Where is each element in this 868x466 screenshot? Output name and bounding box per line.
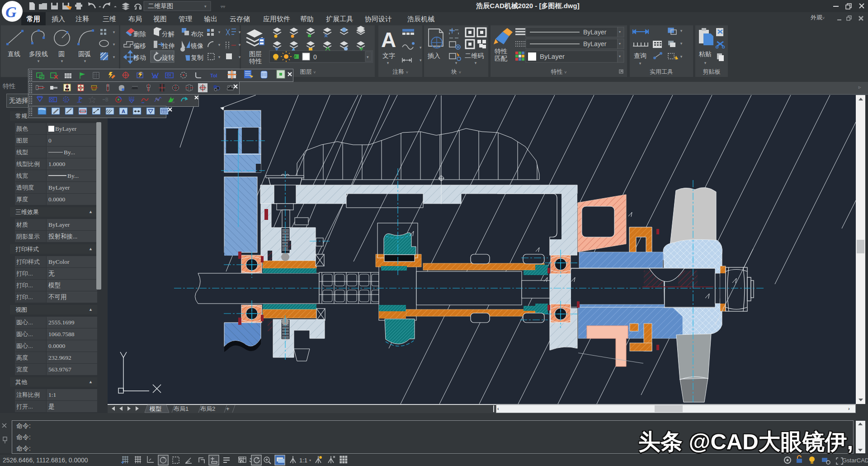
svg-text:查询: 查询 — [634, 52, 646, 59]
svg-text:▾: ▾ — [113, 30, 115, 34]
svg-text:▾: ▾ — [639, 61, 642, 66]
svg-text:▾: ▾ — [420, 45, 422, 50]
svg-text:▾: ▾ — [704, 61, 707, 65]
svg-text:ByLayer: ByLayer — [583, 40, 607, 48]
svg-text:模型: 模型 — [149, 405, 161, 412]
svg-text:▾: ▾ — [239, 30, 241, 34]
svg-text:插入: 插入 — [427, 52, 440, 59]
svg-text:▾: ▾ — [38, 59, 40, 63]
svg-text:特性: 特性 — [495, 48, 507, 55]
svg-text:镜像: 镜像 — [190, 42, 203, 49]
svg-text:文字: 文字 — [382, 52, 395, 59]
svg-text:▾: ▾ — [239, 43, 241, 47]
svg-text:拉伸: 拉伸 — [162, 42, 175, 49]
svg-text:▾: ▾ — [204, 4, 207, 9]
svg-text:▾: ▾ — [113, 55, 115, 59]
svg-text:▾: ▾ — [420, 58, 422, 62]
svg-text:图层: 图层 — [249, 50, 262, 57]
svg-text:▾: ▾ — [387, 61, 389, 65]
svg-text:▾: ▾ — [218, 43, 221, 47]
svg-text:▾: ▾ — [455, 61, 458, 65]
svg-text:ByLayer: ByLayer — [540, 52, 565, 60]
svg-text:A: A — [381, 28, 396, 52]
svg-text:直线: 直线 — [8, 50, 20, 57]
svg-text:▾: ▾ — [239, 55, 241, 59]
svg-text:▾: ▾ — [475, 61, 477, 65]
svg-text:圆: 圆 — [58, 50, 65, 57]
svg-text:分解: 分解 — [162, 30, 175, 38]
svg-text:▾: ▾ — [680, 54, 683, 59]
svg-text:偏移: 偏移 — [133, 42, 146, 49]
svg-text:复制: 复制 — [191, 54, 203, 61]
svg-text:移动: 移动 — [133, 54, 146, 61]
svg-text:0: 0 — [313, 53, 317, 61]
svg-text:▾: ▾ — [680, 41, 683, 46]
svg-text:删除: 删除 — [133, 30, 146, 38]
svg-text:圆弧: 圆弧 — [78, 50, 91, 57]
svg-text:▾: ▾ — [218, 55, 221, 59]
svg-text:二维草图: 二维草图 — [148, 2, 173, 10]
svg-text:▿▿: ▿▿ — [221, 4, 225, 9]
svg-text:▾: ▾ — [61, 59, 63, 63]
svg-text:旋转: 旋转 — [162, 54, 175, 61]
svg-text:▾: ▾ — [680, 29, 683, 33]
svg-text:▾: ▾ — [619, 54, 621, 58]
svg-text:粘贴: 粘贴 — [698, 50, 712, 57]
svg-text:布尔: 布尔 — [191, 30, 203, 38]
svg-text:二维码: 二维码 — [465, 52, 484, 59]
svg-text:▾: ▾ — [218, 30, 221, 34]
svg-text:特性: 特性 — [249, 57, 262, 65]
svg-text:▾: ▾ — [619, 30, 621, 34]
svg-text:布局2: 布局2 — [200, 405, 215, 412]
svg-text:多段线: 多段线 — [29, 50, 48, 57]
svg-text:▾: ▾ — [367, 55, 369, 59]
svg-text:▾: ▾ — [84, 59, 86, 63]
svg-text:▾: ▾ — [619, 42, 621, 46]
svg-text:ByLayer: ByLayer — [583, 29, 607, 36]
svg-text:▾: ▾ — [113, 42, 115, 47]
svg-text:匹配: 匹配 — [495, 55, 507, 62]
svg-text:布局1: 布局1 — [173, 405, 189, 412]
